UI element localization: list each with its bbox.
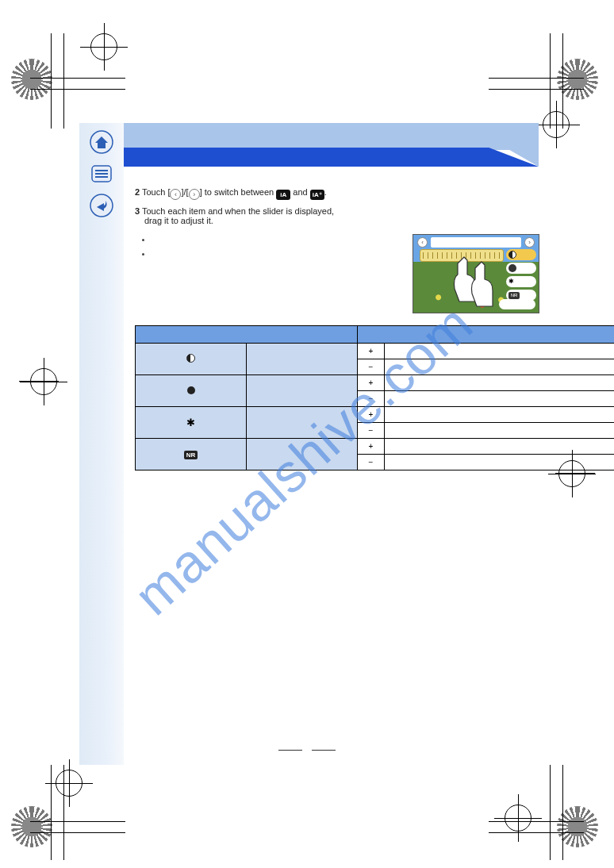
registration-gear-br (560, 809, 600, 849)
crop-line (489, 821, 584, 822)
saturation-icon-cell (136, 375, 247, 407)
touch-hands-icon (451, 254, 499, 309)
crop-line (51, 33, 52, 129)
crop-line (30, 832, 125, 833)
plus-cell: + (358, 375, 385, 391)
crop-line (19, 381, 59, 382)
minus-cell: − (358, 423, 385, 439)
arrow-left-icon: ‹ (170, 189, 181, 200)
preview-top-label (431, 237, 521, 248)
plus-cell: + (358, 344, 385, 359)
crop-line (489, 832, 584, 833)
nr-icon-cell: NR (136, 439, 247, 470)
registration-target-ml (30, 368, 57, 395)
effect-cell (385, 455, 615, 470)
table-row: + (136, 375, 615, 391)
contrast-pill (506, 249, 536, 260)
registration-gear-tr (560, 62, 600, 102)
effect-cell (385, 359, 615, 375)
crop-line (562, 33, 563, 129)
effect-cell (385, 375, 615, 391)
table-row: NR + (136, 439, 615, 455)
table-row: + (136, 344, 615, 359)
preview-prev-icon: ‹ (417, 237, 428, 248)
header-band-dark (124, 148, 539, 167)
arrow-right-icon: › (189, 189, 200, 200)
svg-rect-2 (95, 170, 108, 171)
crop-line (555, 473, 595, 474)
menu-icon[interactable] (89, 161, 114, 186)
crop-line (489, 78, 584, 79)
crop-line (51, 765, 52, 860)
registration-target-br (505, 805, 531, 832)
instruction-line-2: 3 Touch each item and when the slider is… (135, 206, 535, 225)
page-number (0, 746, 614, 755)
svg-rect-3 (95, 173, 108, 175)
registration-gear-tl (14, 62, 54, 102)
saturation-label (247, 375, 358, 407)
effect-cell (385, 344, 615, 359)
ia-plus-mode-icon: iA⁺ (310, 190, 324, 200)
contrast-label (247, 344, 358, 375)
contrast-icon (186, 354, 195, 363)
adjustment-table: + − + − ✱ + − NR + (135, 325, 614, 470)
registration-target-bl (56, 770, 83, 797)
minus-cell: − (358, 391, 385, 407)
home-icon[interactable] (89, 129, 114, 155)
table-header-effect (358, 326, 615, 344)
effect-cell (385, 439, 615, 455)
minus-cell: − (358, 359, 385, 375)
effect-cell (385, 423, 615, 439)
saturation-pill (506, 263, 536, 274)
sharpness-label (247, 407, 358, 439)
saturation-icon (187, 386, 195, 394)
crop-line (63, 33, 64, 129)
crop-line (562, 765, 563, 860)
crop-line (30, 821, 125, 822)
effect-cell (385, 407, 615, 423)
header-band-light (124, 123, 539, 150)
sharpness-pill: ✱ (506, 276, 536, 287)
effect-cell (385, 391, 615, 407)
crop-line (550, 33, 551, 129)
sharpness-icon: ✱ (186, 417, 195, 428)
registration-target-tl (90, 33, 117, 60)
preview-bottom-button (499, 299, 535, 309)
crop-line (30, 78, 125, 79)
back-icon[interactable] (89, 193, 114, 218)
preview-side-buttons: ✱ NR (506, 249, 536, 303)
crop-line (30, 89, 125, 90)
crop-line (550, 765, 551, 860)
sharpness-icon-cell: ✱ (136, 407, 247, 439)
crop-line (489, 89, 584, 90)
table-header-item (136, 326, 358, 344)
plus-cell: + (358, 439, 385, 455)
svg-rect-4 (95, 176, 108, 178)
minus-cell: − (358, 455, 385, 470)
nr-icon: NR (184, 451, 198, 459)
contrast-icon-cell (136, 344, 247, 375)
ia-mode-icon: iA (276, 190, 290, 200)
preview-next-icon: › (524, 237, 535, 248)
instruction-line-1: 2 Touch [‹]/[›] to switch between iA and… (135, 187, 535, 200)
plus-cell: + (358, 407, 385, 423)
registration-target-tr (543, 111, 570, 138)
nr-label (247, 439, 358, 470)
registration-gear-bl (14, 809, 54, 849)
sidebar (79, 123, 124, 765)
crop-line (63, 765, 64, 860)
table-row: ✱ + (136, 407, 615, 423)
camera-preview: ‹ › ✱ NR (413, 234, 539, 313)
